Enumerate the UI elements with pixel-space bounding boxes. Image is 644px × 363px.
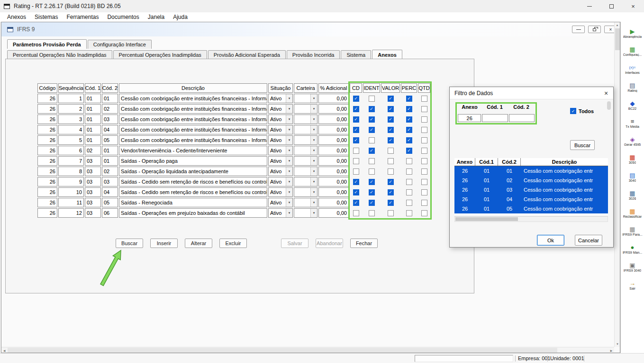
descricao-field[interactable]: Vendor/Interveniência - Cedente/Interven…: [119, 146, 267, 155]
tab-provisao-adicional-esperada[interactable]: Provisão Adicional Esperada: [208, 50, 286, 59]
adicional-field[interactable]: 0,00: [318, 177, 349, 186]
cod1-field[interactable]: 01: [85, 104, 101, 114]
cod2-field[interactable]: 01: [102, 156, 118, 166]
reclassificar-button[interactable]: ▦ Reclassificar: [621, 204, 644, 222]
descricao-field[interactable]: Cessão com coobrigação entre instituiçõe…: [119, 125, 267, 134]
alterar-button[interactable]: Alterar: [185, 239, 212, 248]
adicional-field[interactable]: 0,00: [318, 135, 349, 145]
carteira-select[interactable]: ▾: [294, 177, 317, 186]
cd-checkbox[interactable]: ✓: [353, 116, 359, 123]
cd-checkbox[interactable]: ✓: [353, 127, 359, 133]
ident-checkbox[interactable]: ✓: [369, 106, 375, 112]
cd-checkbox[interactable]: ✓: [353, 106, 359, 112]
valor-checkbox[interactable]: ✓: [388, 137, 394, 143]
menu-ajuda[interactable]: Ajuda: [169, 14, 192, 20]
situacao-select[interactable]: Ativo▾: [268, 146, 293, 155]
codigo-field[interactable]: 26: [37, 125, 57, 134]
tab-sistema[interactable]: Sistema: [341, 50, 371, 59]
perc-checkbox[interactable]: ✓: [406, 127, 412, 133]
perc-checkbox[interactable]: ✓: [406, 96, 412, 102]
tab-parametros-provisao-perda[interactable]: Parâmetros Provisão Perda: [7, 39, 87, 49]
descricao-field[interactable]: Cessão com coobrigação entre instituiçõe…: [119, 135, 267, 145]
codigo-field[interactable]: 26: [37, 104, 57, 114]
dialog-grid-row[interactable]: 26 01 05 Cessão com coobrigação entr: [454, 204, 608, 213]
cd-checkbox[interactable]: ✓: [353, 189, 359, 195]
cod1-field[interactable]: 01: [85, 115, 101, 124]
descricao-field[interactable]: Saídas - Operação paga: [119, 156, 267, 166]
sequencia-field[interactable]: 10: [58, 187, 84, 197]
qtd-checkbox[interactable]: [421, 148, 427, 154]
horizontal-scroll-thumb[interactable]: [8, 348, 557, 353]
sequencia-field[interactable]: 5: [58, 135, 84, 145]
cod1-field[interactable]: 03: [85, 187, 101, 197]
cod1-field[interactable]: 01: [85, 135, 101, 145]
cancel-button[interactable]: Cancelar: [575, 235, 602, 246]
abrangencia-button[interactable]: ▶ Abrangência: [621, 24, 644, 42]
maximize-button[interactable]: [600, 0, 622, 12]
gerar-4595-button[interactable]: ◈ Gerar 4595: [621, 132, 644, 150]
scroll-down-icon[interactable]: ▼: [615, 341, 620, 347]
codigo-field[interactable]: 26: [37, 156, 57, 166]
3026-button[interactable]: ▦ 3026: [621, 186, 644, 204]
cd-checkbox[interactable]: [353, 168, 359, 175]
codigo-field[interactable]: 26: [37, 208, 57, 218]
valor-checkbox[interactable]: [388, 148, 394, 154]
valor-checkbox[interactable]: [388, 158, 394, 164]
ident-checkbox[interactable]: ✓: [369, 148, 375, 154]
ident-checkbox[interactable]: ✓: [369, 200, 375, 206]
valor-checkbox[interactable]: ✓: [388, 189, 394, 195]
scroll-left-icon[interactable]: ◀: [1, 347, 7, 353]
excluir-button[interactable]: Excluir: [219, 239, 247, 248]
sequencia-field[interactable]: 2: [58, 104, 84, 114]
cod1-field[interactable]: 03: [85, 177, 101, 186]
adicional-field[interactable]: 0,00: [318, 125, 349, 134]
cod2-field[interactable]: 06: [102, 208, 118, 218]
3050-button[interactable]: ▦ 3050: [621, 150, 644, 168]
adicional-field[interactable]: 0,00: [318, 156, 349, 166]
dialog-grid-row[interactable]: 26 01 02 Cessão com coobrigação entr: [454, 176, 608, 185]
valor-checkbox[interactable]: ✓: [388, 200, 394, 206]
carteira-select[interactable]: ▾: [294, 104, 317, 114]
cod1-field[interactable]: 03: [85, 208, 101, 218]
cod1-field[interactable]: 01: [85, 94, 101, 103]
carteira-select[interactable]: ▾: [294, 167, 317, 176]
carteira-select[interactable]: ▾: [294, 115, 317, 124]
close-button[interactable]: ×: [622, 0, 644, 12]
child-restore-button[interactable]: [588, 26, 601, 33]
cd-checkbox[interactable]: [353, 148, 359, 154]
qtd-checkbox[interactable]: [421, 158, 427, 164]
menu-janela[interactable]: Janela: [144, 14, 169, 20]
scroll-up-icon[interactable]: ▲: [615, 22, 620, 28]
cd-checkbox[interactable]: ✓: [353, 179, 359, 185]
menu-sistemas[interactable]: Sistemas: [30, 14, 62, 20]
situacao-select[interactable]: Ativo▾: [268, 177, 293, 186]
perc-checkbox[interactable]: [406, 179, 412, 185]
ident-checkbox[interactable]: ✓: [369, 179, 375, 185]
valor-checkbox[interactable]: ✓: [388, 96, 394, 102]
scroll-right-icon[interactable]: ▶: [608, 347, 614, 353]
cod2-field[interactable]: 01: [102, 94, 118, 103]
descricao-field[interactable]: Cessão com coobrigação entre instituiçõe…: [119, 115, 267, 124]
dialog-grid-row[interactable]: 26 01 04 Cessão com coobrigação entr: [454, 195, 608, 204]
adicional-field[interactable]: 0,00: [318, 187, 349, 197]
perc-checkbox[interactable]: [406, 189, 412, 195]
ident-checkbox[interactable]: ✓: [369, 127, 375, 133]
qtd-checkbox[interactable]: [421, 116, 427, 123]
dialog-grid-row[interactable]: 26 01 03 Cessão com coobrigação entr: [454, 185, 608, 195]
qtd-checkbox[interactable]: [421, 137, 427, 143]
adicional-field[interactable]: 0,00: [318, 146, 349, 155]
carteira-select[interactable]: ▾: [294, 156, 317, 166]
configurac-button[interactable]: ▦ Configuraç...: [621, 42, 644, 60]
vertical-scrollbar[interactable]: ▲ ▼: [614, 22, 620, 347]
tab-percentual-operacoes-inadimplidas[interactable]: Percentual Operações Inadimplidas: [113, 50, 207, 59]
valor-checkbox[interactable]: ✓: [388, 179, 394, 185]
descricao-field[interactable]: Saídas - Operação liquidada antecipadame…: [119, 167, 267, 176]
cod1-field[interactable]: 01: [85, 125, 101, 134]
rating-button[interactable]: ▤ Rating: [621, 78, 644, 96]
ifrs9-3040-button[interactable]: ▣ IFRS9 3040: [621, 258, 644, 276]
situacao-select[interactable]: Ativo▾: [268, 135, 293, 145]
adicional-field[interactable]: 0,00: [318, 94, 349, 103]
dialog-buscar-button[interactable]: Buscar: [570, 140, 595, 150]
cod1-field[interactable]: 03: [85, 156, 101, 166]
descricao-field[interactable]: Saídas - Cedido sem retenção de riscos e…: [119, 187, 267, 197]
